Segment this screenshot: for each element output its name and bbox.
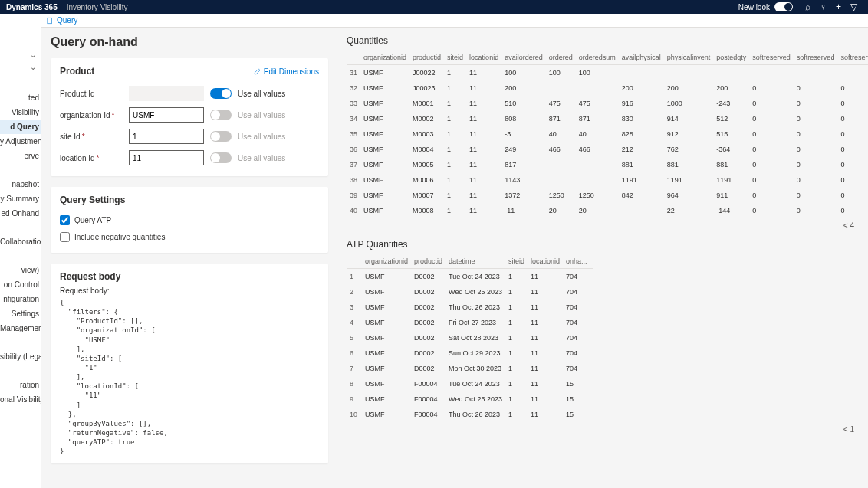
column-header[interactable]: organizationid [365, 254, 414, 269]
org-id-input[interactable] [129, 107, 204, 123]
sidebar-item[interactable]: ed Onhand [0, 206, 41, 221]
table-row[interactable]: 1USMFD0002Tue Oct 24 2023111704 [347, 269, 593, 285]
sidebar-item[interactable]: Management [0, 321, 41, 336]
column-header[interactable]: siteid [447, 51, 469, 65]
chevron-down-icon[interactable]: ⌄ [30, 63, 36, 71]
tab-query[interactable]: Query [46, 16, 77, 25]
sidebar-item[interactable]: y Summary [0, 192, 41, 206]
column-header[interactable]: organizationid [363, 51, 413, 65]
sidebar: ⌄ ⌄ ted Visibilityd Queryy Adjustmenterv… [0, 14, 41, 488]
table-row[interactable]: 9USMFF00004Wed Oct 25 202311115 [347, 391, 593, 407]
brand-label: Dynamics 365 [6, 3, 58, 11]
table-row[interactable]: 31USMFJ00022111100100100 [347, 65, 868, 81]
sidebar-item[interactable]: y Adjustment [0, 134, 41, 149]
new-look-label: New look [738, 3, 770, 11]
table-row[interactable]: 39USMFM0007111137212501250842964911000 [347, 188, 868, 203]
sidebar-item[interactable]: sibility (Legacy [0, 349, 41, 364]
column-header[interactable]: locationid [531, 254, 566, 269]
org-id-label: organization Id* [60, 111, 129, 120]
sidebar-item[interactable]: d Query [0, 120, 41, 134]
table-row[interactable]: 6USMFD0002Sun Oct 29 2023111704 [347, 346, 593, 361]
column-header[interactable]: availordered [505, 51, 549, 65]
sidebar-item[interactable]: nfiguration [0, 292, 41, 306]
request-body-json: { "filters": { "ProductId": [], "organiz… [60, 298, 319, 456]
sidebar-item[interactable]: Visibility [0, 105, 41, 120]
site-id-use-all: Use all values [238, 133, 285, 141]
table-row[interactable]: 34USMFM0002111808871871830914512000 [347, 111, 868, 126]
table-row[interactable]: 5USMFD0002Sat Oct 28 2023111704 [347, 330, 593, 346]
location-id-label: location Id* [60, 154, 129, 162]
quantities-pager[interactable]: < 4 [347, 218, 868, 233]
column-header[interactable]: siteid [508, 254, 531, 269]
include-negative-label: Include negative quantities [74, 233, 165, 241]
table-row[interactable]: 36USMFM0004111249466466212762-364000 [347, 142, 868, 157]
sidebar-item[interactable]: onal Visibility [0, 392, 41, 407]
add-icon[interactable]: + [836, 2, 841, 12]
table-row[interactable]: 37USMFM0005111817881881881000 [347, 157, 868, 172]
atp-table-wrap[interactable]: organizationidproductiddatetimesiteidloc… [347, 254, 868, 422]
site-id-toggle[interactable] [210, 131, 232, 142]
location-id-toggle[interactable] [210, 152, 232, 163]
new-look-toggle[interactable] [774, 2, 793, 11]
request-body-label: Request body: [60, 287, 319, 295]
org-id-toggle[interactable] [210, 110, 232, 120]
sidebar-item[interactable]: ted [0, 90, 41, 105]
table-row[interactable]: 40USMFM0008111-11202022-144000 [347, 203, 868, 218]
column-header[interactable]: postedqty [716, 51, 752, 65]
module-label: Inventory Visibility [67, 3, 128, 11]
column-header[interactable]: softreserv [840, 51, 868, 65]
table-row[interactable]: 33USMFM00011115104754759161000-243000 [347, 96, 868, 111]
quantities-table-wrap[interactable]: organizationidproductidsiteidlocationida… [347, 51, 868, 218]
site-id-input[interactable] [129, 129, 204, 144]
column-header[interactable]: datetime [449, 254, 508, 269]
location-id-use-all: Use all values [238, 154, 285, 162]
sidebar-item[interactable]: Collaboration [0, 234, 41, 249]
request-body-title: Request body [60, 271, 319, 282]
filter-icon[interactable]: ▽ [850, 2, 857, 12]
search-icon[interactable]: ⌕ [805, 2, 810, 12]
sidebar-item[interactable]: Settings [0, 306, 41, 321]
query-settings-card: Query Settings Query ATP Include negativ… [51, 187, 328, 253]
sidebar-item[interactable]: on Control [0, 277, 41, 292]
product-card: Product Edit Dimensions Product Id Use a… [51, 58, 328, 176]
product-id-input [129, 86, 204, 101]
product-id-use-all: Use all values [238, 90, 285, 98]
column-header[interactable]: availphysical [622, 51, 667, 65]
sidebar-item[interactable]: ration [0, 378, 41, 392]
column-header[interactable]: softreserved [797, 51, 841, 65]
table-row[interactable]: 32USMFJ00023111200200200200000 [347, 80, 868, 96]
sidebar-item[interactable]: view) [0, 263, 41, 277]
product-id-toggle[interactable] [210, 88, 232, 99]
column-header[interactable]: locationid [469, 51, 505, 65]
sidebar-item[interactable]: napshot [0, 177, 41, 192]
table-row[interactable]: 4USMFD0002Fri Oct 27 2023111704 [347, 315, 593, 330]
table-row[interactable]: 2USMFD0002Wed Oct 25 2023111704 [347, 284, 593, 300]
quantities-table: organizationidproductidsiteidlocationida… [347, 51, 868, 218]
chevron-down-icon[interactable]: ⌄ [30, 51, 36, 59]
column-header[interactable]: productid [414, 254, 449, 269]
pencil-icon [254, 67, 261, 75]
lightbulb-icon[interactable]: ♀ [820, 2, 827, 12]
column-header[interactable]: onha... [566, 254, 593, 269]
column-header[interactable]: ordered [549, 51, 579, 65]
column-header[interactable]: physicalinvent [667, 51, 717, 65]
column-header[interactable]: productid [413, 51, 447, 65]
tab-label: Query [57, 16, 77, 25]
column-header[interactable] [347, 51, 363, 65]
atp-pager[interactable]: < 1 [347, 422, 868, 437]
column-header[interactable]: orderedsum [579, 51, 622, 65]
table-row[interactable]: 35USMFM0003111-34040828912515000 [347, 126, 868, 142]
query-atp-checkbox[interactable] [60, 215, 70, 225]
table-row[interactable]: 10USMFF00004Thu Oct 26 202311115 [347, 407, 593, 422]
table-row[interactable]: 38USMFM00061111143119111911191000 [347, 172, 868, 188]
document-icon [46, 17, 54, 25]
sidebar-item[interactable]: erve [0, 149, 41, 163]
column-header[interactable] [347, 254, 365, 269]
edit-dimensions-link[interactable]: Edit Dimensions [254, 67, 319, 76]
table-row[interactable]: 7USMFD0002Mon Oct 30 2023111704 [347, 361, 593, 376]
table-row[interactable]: 3USMFD0002Thu Oct 26 2023111704 [347, 300, 593, 315]
include-negative-checkbox[interactable] [60, 232, 70, 242]
column-header[interactable]: softreserved [752, 51, 797, 65]
location-id-input[interactable] [129, 150, 204, 165]
table-row[interactable]: 8USMFF00004Tue Oct 24 202311115 [347, 376, 593, 391]
